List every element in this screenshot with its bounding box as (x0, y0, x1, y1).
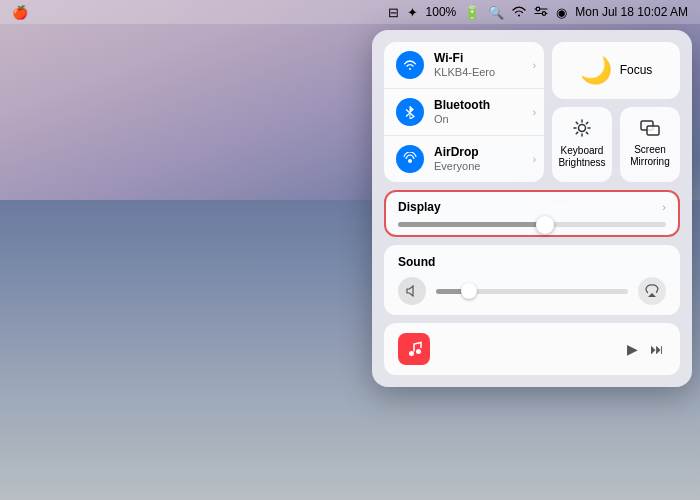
airdrop-text: AirDrop Everyone (434, 145, 480, 173)
screen-mirroring-label: ScreenMirroring (630, 144, 669, 168)
music-row: ▶ ⏭ (398, 333, 666, 365)
music-controls: ▶ ⏭ (625, 339, 666, 359)
display-section: Display › (384, 190, 680, 237)
keyboard-brightness-label: KeyboardBrightness (558, 145, 605, 169)
bluetooth-tile[interactable]: Bluetooth On › (384, 89, 544, 136)
airdrop-chevron: › (533, 154, 536, 165)
sound-title: Sound (398, 255, 435, 269)
cc-top-grid: Wi-Fi KLKB4-Eero › Bluetoot (384, 42, 680, 182)
wifi-menubar-icon[interactable] (512, 5, 526, 20)
bluetooth-label: Bluetooth (434, 98, 490, 112)
svg-rect-17 (647, 126, 659, 135)
bluetooth-icon (396, 98, 424, 126)
display-chevron: › (662, 201, 666, 213)
battery-percentage: 100% (426, 5, 457, 19)
apple-icon: 🍎 (12, 5, 28, 20)
svg-point-6 (408, 159, 412, 163)
airplay-button[interactable] (638, 277, 666, 305)
menubar-right: ⊟ ✦ 100% 🔋 🔍 ◉ Mon Jul 18 10:02 AM (388, 5, 688, 20)
siri-icon[interactable]: ◉ (556, 5, 567, 20)
display-title: Display (398, 200, 441, 214)
sound-icon (398, 277, 426, 305)
focus-tile[interactable]: 🌙 Focus (552, 42, 680, 99)
airdrop-tile[interactable]: AirDrop Everyone › (384, 136, 544, 182)
wifi-label: Wi-Fi (434, 51, 495, 65)
music-section: ▶ ⏭ (384, 323, 680, 375)
sound-row (398, 277, 666, 305)
sound-slider[interactable] (436, 289, 628, 294)
screen-mirroring-icon (640, 120, 660, 140)
airdrop-icon (396, 145, 424, 173)
sound-section: Sound (384, 245, 680, 315)
screen-mirroring-tile[interactable]: ScreenMirroring (620, 107, 680, 183)
music-app-icon (398, 333, 430, 365)
sound-slider-thumb[interactable] (461, 283, 477, 299)
wifi-icon (396, 51, 424, 79)
sound-header: Sound (398, 255, 666, 269)
svg-line-12 (576, 122, 577, 123)
music-play-button[interactable]: ▶ (625, 339, 640, 359)
svg-point-7 (579, 125, 586, 132)
display-menu-icon[interactable]: ⊟ (388, 5, 399, 20)
wifi-network-name: KLKB4-Eero (434, 66, 495, 79)
svg-point-18 (409, 351, 414, 356)
control-center-panel: Wi-Fi KLKB4-Eero › Bluetoot (372, 30, 692, 387)
svg-point-19 (416, 349, 421, 354)
svg-point-0 (536, 7, 540, 11)
music-skip-button[interactable]: ⏭ (648, 339, 666, 359)
display-slider-thumb[interactable] (536, 216, 554, 234)
display-header: Display › (398, 200, 666, 214)
control-center-icon[interactable] (534, 5, 548, 20)
focus-label: Focus (620, 63, 653, 77)
airdrop-label: AirDrop (434, 145, 480, 159)
datetime: Mon Jul 18 10:02 AM (575, 5, 688, 19)
search-icon[interactable]: 🔍 (488, 5, 504, 20)
svg-line-15 (576, 133, 577, 134)
bluetooth-status: On (434, 113, 490, 126)
display-slider-track (398, 222, 666, 227)
wifi-text: Wi-Fi KLKB4-Eero (434, 51, 495, 79)
menubar-left: 🍎 (12, 5, 28, 20)
menubar: 🍎 ⊟ ✦ 100% 🔋 🔍 ◉ Mon Jul 18 (0, 0, 700, 24)
svg-point-3 (542, 11, 546, 15)
svg-line-14 (586, 122, 587, 123)
keyboard-brightness-tile[interactable]: KeyboardBrightness (552, 107, 612, 183)
keyboard-brightness-icon (573, 119, 591, 141)
bluetooth-chevron: › (533, 107, 536, 118)
svg-line-13 (586, 133, 587, 134)
airdrop-status: Everyone (434, 160, 480, 173)
focus-moon-icon: 🌙 (580, 55, 612, 86)
display-slider-fill (398, 222, 545, 227)
focus-menu-icon[interactable]: ✦ (407, 5, 418, 20)
wifi-chevron: › (533, 60, 536, 71)
bluetooth-text: Bluetooth On (434, 98, 490, 126)
wifi-tile[interactable]: Wi-Fi KLKB4-Eero › (384, 42, 544, 89)
network-tile-stack: Wi-Fi KLKB4-Eero › Bluetoot (384, 42, 544, 182)
battery-icon: 🔋 (464, 5, 480, 20)
